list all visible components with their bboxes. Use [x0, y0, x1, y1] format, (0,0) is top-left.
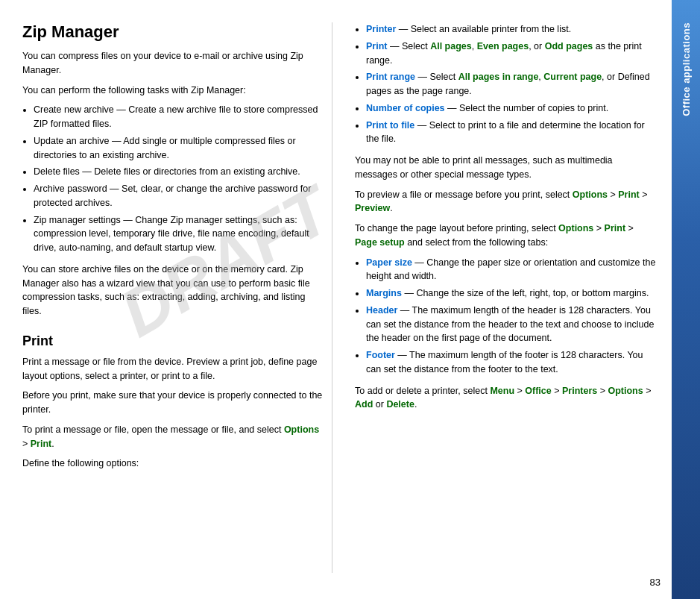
content-area: Zip Manager You can compress files on yo…	[0, 0, 672, 588]
main-content: Zip Manager You can compress files on yo…	[0, 0, 672, 599]
bottom-area: 83	[0, 588, 672, 599]
list-item: Footer — The maximum length of the foote…	[366, 348, 657, 377]
list-item: Print range — Select All pages in range,…	[366, 70, 657, 98]
sidebar-label: Office applications	[681, 22, 692, 116]
print-para-1: Print a message or file from the device.…	[22, 355, 324, 383]
print-para-4: Define the following options:	[22, 457, 324, 471]
list-item: Number of copies — Select the number of …	[366, 101, 657, 116]
page-number: 83	[650, 577, 660, 588]
page-setup-bullets: Paper size — Change the paper size or or…	[366, 256, 657, 377]
zip-bullets: Create new archive — Create a new archiv…	[34, 103, 324, 255]
zip-closing-1: You can store archive files on the devic…	[22, 263, 324, 319]
page-layout-para: To change the page layout before printin…	[355, 222, 657, 250]
print-options-bullets: Printer — Select an available printer fr…	[366, 22, 657, 146]
list-item: Zip manager settings — Change Zip manage…	[34, 213, 324, 255]
zip-para-1: You can compress files on your device to…	[22, 49, 324, 78]
list-item: Print to file — Select to print to a fil…	[366, 119, 657, 147]
right-column: Printer — Select an available printer fr…	[347, 22, 657, 573]
print-note: You may not be able to print all message…	[355, 154, 657, 182]
list-item: Paper size — Change the paper size or or…	[366, 256, 657, 284]
list-item: Header — The maximum length of the heade…	[366, 304, 657, 345]
list-item: Delete files — Delete files or directori…	[34, 165, 324, 179]
sidebar: Office applications	[672, 0, 700, 599]
list-item: Margins — Change the size of the left, r…	[366, 286, 657, 301]
print-para-2: Before you print, make sure that your de…	[22, 389, 324, 417]
zip-para-2: You can perform the following tasks with…	[22, 84, 324, 98]
print-para-3: To print a message or file, open the mes…	[22, 423, 324, 451]
print-title: Print	[22, 333, 324, 349]
list-item: Update an archive — Add single or multip…	[34, 134, 324, 163]
list-item: Print — Select All pages, Even pages, or…	[366, 40, 657, 68]
printer-add-para: To add or delete a printer, select Menu …	[355, 384, 657, 413]
list-item: Printer — Select an available printer fr…	[366, 22, 657, 37]
list-item: Create new archive — Create a new archiv…	[34, 103, 324, 131]
list-item: Archive password — Set, clear, or change…	[34, 182, 324, 210]
left-column: Zip Manager You can compress files on yo…	[22, 22, 332, 573]
preview-para: To preview a file or message before you …	[355, 188, 657, 216]
zip-manager-title: Zip Manager	[22, 22, 324, 42]
